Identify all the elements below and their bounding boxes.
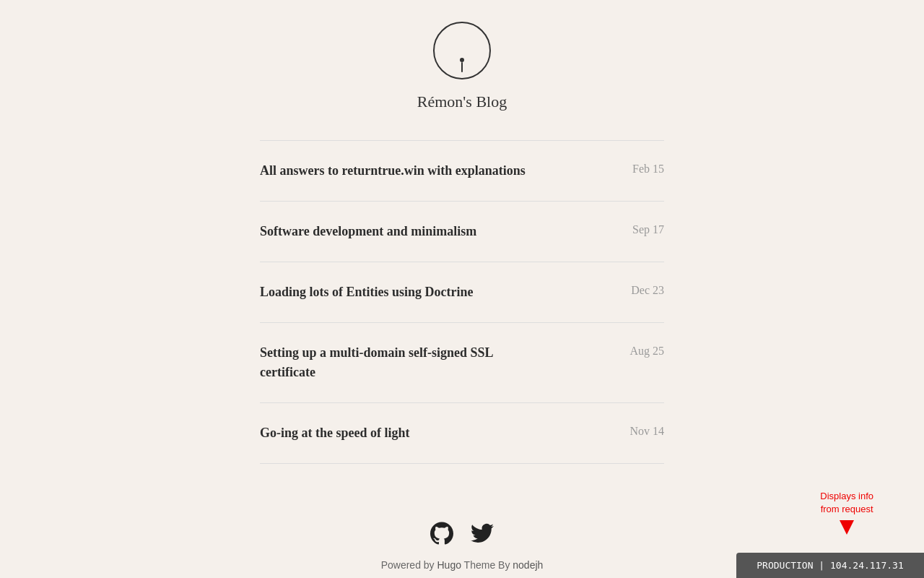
twitter-icon — [471, 522, 494, 545]
page-wrapper: Rémon's Blog All answers to returntrue.w… — [0, 0, 924, 578]
post-date: Sep 17 — [632, 222, 664, 236]
annotation: Displays infofrom request — [820, 490, 873, 535]
post-title: Loading lots of Entities using Doctrine — [260, 282, 474, 302]
list-item[interactable]: All answers to returntrue.win with expla… — [260, 140, 664, 202]
github-icon — [430, 522, 453, 545]
twitter-link[interactable] — [471, 522, 494, 548]
theme-by-text: Theme By — [461, 559, 513, 571]
hugo-link[interactable]: Hugo — [437, 559, 461, 571]
github-link[interactable] — [430, 522, 453, 548]
post-title: Setting up a multi-domain self-signed SS… — [260, 343, 549, 382]
list-item[interactable]: Go-ing at the speed of lightNov 14 — [260, 403, 664, 464]
avatar-pin-icon — [461, 62, 463, 72]
footer-attribution: Powered by Hugo Theme By nodejh — [381, 559, 544, 571]
posts-list: All answers to returntrue.win with expla… — [260, 140, 664, 464]
list-item[interactable]: Setting up a multi-domain self-signed SS… — [260, 323, 664, 403]
arrow-down-icon — [840, 520, 854, 535]
post-date: Nov 14 — [629, 423, 664, 438]
social-links — [430, 522, 494, 548]
blog-title: Rémon's Blog — [417, 92, 507, 111]
post-title: Software development and minimalism — [260, 222, 476, 241]
post-title: Go-ing at the speed of light — [260, 423, 410, 443]
post-date: Feb 15 — [632, 161, 664, 176]
post-date: Dec 23 — [631, 282, 664, 297]
list-item[interactable]: Software development and minimalismSep 1… — [260, 202, 664, 262]
annotation-text: Displays infofrom request — [820, 490, 873, 516]
list-item[interactable]: Loading lots of Entities using DoctrineD… — [260, 262, 664, 323]
avatar — [433, 22, 491, 79]
powered-by-text: Powered by — [381, 559, 437, 571]
annotation-arrow — [820, 520, 873, 535]
nodejh-link[interactable]: nodejh — [513, 559, 543, 571]
post-date: Aug 25 — [629, 343, 664, 358]
footer: Powered by Hugo Theme By nodejh — [381, 522, 544, 578]
production-bar: PRODUCTION | 104.24.117.31 — [736, 553, 924, 578]
post-title: All answers to returntrue.win with expla… — [260, 161, 526, 181]
header: Rémon's Blog — [417, 22, 507, 111]
production-text: PRODUCTION | 104.24.117.31 — [757, 560, 904, 571]
